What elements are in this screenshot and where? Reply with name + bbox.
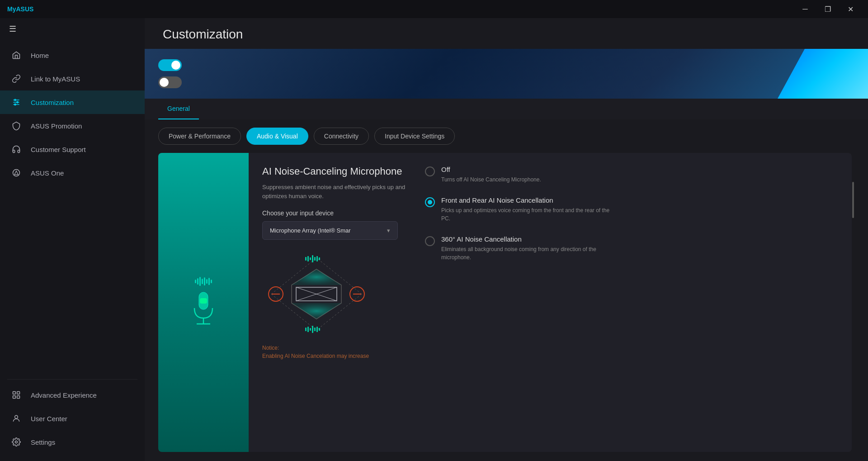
sidebar-item-asus-promotion[interactable]: ASUS Promotion	[0, 114, 145, 138]
radio-front-rear[interactable]	[425, 197, 435, 207]
svg-rect-38	[319, 257, 320, 260]
toggle-group	[158, 59, 182, 88]
sidebar: ☰ Home	[0, 18, 145, 461]
toggle-knob-2	[160, 78, 169, 87]
wave-bar	[195, 280, 196, 283]
sidebar-label-user-center: User Center	[31, 415, 67, 423]
radio-360-title: 360° AI Noise Cancellation	[441, 235, 615, 243]
sidebar-item-settings[interactable]: Settings	[0, 430, 145, 454]
wave-bar	[211, 280, 212, 283]
radio-360-desc: Eliminates all background noise coming f…	[441, 245, 615, 261]
radio-360[interactable]	[425, 236, 435, 246]
sidebar-label-asus-promotion: ASUS Promotion	[31, 122, 82, 130]
pill-input-device-settings[interactable]: Input Device Settings	[374, 128, 455, 145]
sidebar-label-advanced-experience: Advanced Experience	[31, 391, 97, 399]
scrollbar-thumb[interactable]	[852, 182, 854, 218]
minimize-button[interactable]: ─	[795, 2, 816, 16]
mic-visual-container	[188, 275, 219, 331]
toggle-switch-1[interactable]	[158, 59, 182, 71]
tabs-bar: General	[145, 99, 868, 119]
radio-off-content: Off Turns off AI Noise Canceling Microph…	[441, 166, 541, 184]
sidebar-label-settings: Settings	[31, 438, 55, 446]
device-select[interactable]: Microphone Array (Intel® Smar ▾	[262, 221, 398, 240]
radio-front-rear-title: Front and Rear AI Noise Cancellation	[441, 196, 615, 204]
pill-power-performance[interactable]: Power & Performance	[158, 128, 241, 145]
sidebar-item-customization[interactable]: Customization	[0, 90, 145, 114]
radio-dot	[428, 200, 432, 204]
sidebar-label-customer-support: Customer Support	[31, 146, 86, 153]
toggle-switch-2[interactable]	[158, 76, 182, 88]
input-device-label: Choose your input device	[262, 209, 407, 217]
title-bar-controls: ─ ❐ ✕	[795, 2, 861, 16]
close-button[interactable]: ✕	[840, 2, 861, 16]
svg-rect-44	[316, 327, 318, 332]
title-bar: MyASUS ─ ❐ ✕	[0, 0, 868, 18]
shield-icon	[11, 120, 22, 131]
gear-icon	[11, 437, 22, 447]
radio-option-off: Off Turns off AI Noise Canceling Microph…	[425, 166, 615, 184]
sidebar-label-link: Link to MyASUS	[31, 75, 80, 83]
sliders-icon	[11, 97, 22, 108]
title-bar-left: MyASUS	[7, 5, 33, 13]
sidebar-item-asus-one[interactable]: ASUS One	[0, 161, 145, 185]
svg-rect-36	[314, 257, 316, 261]
svg-point-3	[14, 99, 16, 100]
wave-bars-top	[195, 275, 212, 288]
sidebar-item-customer-support[interactable]: Customer Support	[0, 138, 145, 161]
svg-rect-43	[314, 328, 316, 331]
chevron-down-icon: ▾	[387, 227, 390, 234]
svg-rect-33	[307, 256, 309, 261]
svg-rect-9	[17, 392, 20, 394]
feature-visual	[158, 153, 249, 452]
link-icon	[11, 73, 22, 84]
sidebar-label-customization: Customization	[31, 99, 74, 106]
nav-divider	[7, 379, 137, 380]
hamburger-icon[interactable]: ☰	[9, 24, 16, 34]
user-icon	[11, 413, 22, 424]
pill-connectivity[interactable]: Connectivity	[314, 128, 369, 145]
triangle-icon	[11, 167, 22, 178]
tab-general[interactable]: General	[158, 99, 199, 119]
content-area: Customization	[145, 18, 868, 461]
maximize-button[interactable]: ❐	[817, 2, 838, 16]
radio-front-rear-desc: Picks up and optimizes voice coming from…	[441, 206, 615, 223]
sidebar-item-link-to-myasus[interactable]: Link to MyASUS	[0, 67, 145, 90]
svg-rect-37	[316, 256, 318, 261]
sidebar-item-advanced-experience[interactable]: Advanced Experience	[0, 383, 145, 407]
app-name: MyASUS	[7, 5, 33, 13]
radio-off[interactable]	[425, 166, 435, 176]
svg-marker-23	[292, 269, 341, 285]
notice-label: Notice:	[262, 345, 279, 351]
feature-title: AI Noise-Canceling Microphone	[262, 166, 407, 177]
feature-description: Suppresses ambient noise and effectively…	[262, 183, 407, 200]
svg-point-5	[14, 104, 16, 105]
radio-360-content: 360° AI Noise Cancellation Eliminates al…	[441, 235, 615, 261]
svg-marker-7	[14, 171, 18, 175]
page-title: Customization	[163, 27, 850, 42]
svg-rect-45	[319, 328, 320, 331]
svg-rect-10	[13, 396, 16, 399]
sidebar-item-user-center[interactable]: User Center	[0, 407, 145, 430]
pill-audio-visual[interactable]: Audio & Visual	[246, 128, 308, 145]
main-panel: AI Noise-Canceling Microphone Suppresses…	[145, 153, 868, 461]
grid-icon	[11, 390, 22, 400]
wave-bar	[202, 279, 203, 284]
radio-off-desc: Turns off AI Noise Canceling Microphone.	[441, 176, 541, 184]
svg-rect-41	[310, 328, 311, 331]
svg-rect-15	[200, 298, 207, 304]
nav-items-bottom: Advanced Experience User Center	[0, 375, 145, 461]
header-banner	[145, 49, 868, 99]
sidebar-item-home[interactable]: Home	[0, 43, 145, 67]
sidebar-label-asus-one: ASUS One	[31, 169, 64, 177]
feature-info: AI Noise-Canceling Microphone Suppresses…	[262, 166, 407, 439]
svg-point-4	[17, 101, 18, 103]
toggle-knob-1	[171, 61, 180, 70]
wave-bar	[206, 279, 208, 284]
radio-option-front-rear: Front and Rear AI Noise Cancellation Pic…	[425, 196, 615, 223]
svg-rect-40	[307, 327, 309, 332]
notice-text: Notice: Enabling AI Noise Cancelation ma…	[262, 344, 407, 360]
svg-rect-8	[13, 392, 16, 394]
noise-pattern-svg	[262, 249, 371, 339]
page-header: Customization	[145, 18, 868, 49]
noise-pattern	[262, 249, 371, 339]
